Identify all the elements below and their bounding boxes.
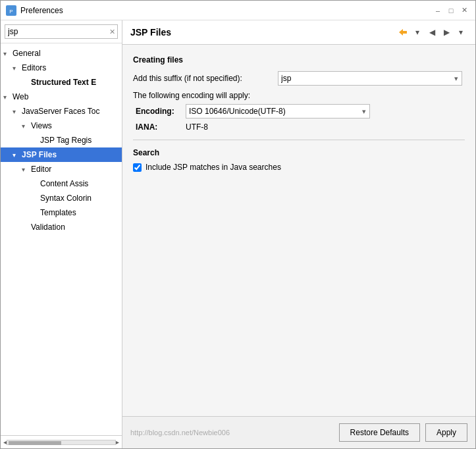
suffix-label: Add this suffix (if not specified):: [133, 74, 278, 83]
apply-button[interactable]: Apply: [425, 423, 467, 442]
toolbar-back-btn[interactable]: [396, 26, 410, 39]
suffix-row: Add this suffix (if not specified): jsp: [133, 71, 465, 86]
right-panel: JSP Files ▾ ◀ ▶ ▾ Creating files: [122, 20, 475, 448]
toggle-editors[interactable]: ▾: [13, 65, 20, 72]
tree-label-templates: Templates: [39, 207, 78, 218]
toolbar-more-btn[interactable]: ▾: [454, 26, 467, 39]
restore-defaults-button[interactable]: Restore Defaults: [339, 423, 420, 442]
window-controls: – □ ✕: [432, 5, 470, 16]
tree-label-structured-text: Structured Text E: [30, 77, 97, 88]
maximize-button[interactable]: □: [445, 5, 457, 16]
app-icon: P: [6, 5, 16, 16]
title-bar: P Preferences – □ ✕: [1, 1, 475, 20]
encoding-label: Encoding:: [133, 107, 186, 116]
search-bar: ✕: [1, 20, 122, 43]
tree-item-content-assist[interactable]: ▶ Content Assis: [1, 176, 122, 191]
toolbar-dropdown-btn[interactable]: ▾: [411, 26, 424, 39]
toggle-views[interactable]: ▾: [22, 122, 30, 130]
panel-content: Creating files Add this suffix (if not s…: [122, 45, 475, 416]
svg-rect-3: [403, 31, 407, 34]
encoding-select-wrapper: ISO 10646/Unicode(UTF-8): [186, 104, 370, 119]
window-title: Preferences: [20, 6, 63, 15]
tree-item-templates[interactable]: ▶ Templates: [1, 205, 122, 220]
tree: ▾ General ▾ Editors ▶ Structured Text E: [1, 43, 122, 435]
tree-item-jsp-tag[interactable]: ▶ JSP Tag Regis: [1, 133, 122, 147]
preferences-window: P Preferences – □ ✕ ✕ ▾ General: [0, 0, 476, 449]
toggle-javaserver[interactable]: ▾: [13, 108, 20, 115]
suffix-select-wrapper: jsp: [278, 71, 462, 86]
iana-row: IANA: UTF-8: [133, 122, 465, 132]
checkbox-label: Include JSP matches in Java searches: [145, 163, 281, 172]
section-divider: [133, 140, 465, 140]
tree-item-editors[interactable]: ▾ Editors: [1, 61, 122, 75]
tree-item-syntax[interactable]: ▶ Syntax Colorin: [1, 191, 122, 205]
toggle-editor[interactable]: ▾: [22, 166, 30, 173]
tree-label-editor: Editor: [30, 164, 53, 174]
left-scroll: ◂ ▸: [1, 435, 122, 448]
scroll-track[interactable]: [7, 440, 116, 445]
watermark: http://blog.csdn.net/Newbie006: [130, 429, 334, 436]
tree-label-jsp-files: JSP Files: [20, 149, 58, 160]
title-bar-left: P Preferences: [6, 5, 63, 16]
checkbox-row: Include JSP matches in Java searches: [133, 163, 465, 172]
close-button[interactable]: ✕: [458, 5, 470, 16]
tree-label-content-assist: Content Assis: [39, 178, 90, 189]
scroll-right-arrow[interactable]: ▸: [116, 438, 119, 446]
encoding-row: Encoding: ISO 10646/Unicode(UTF-8): [133, 104, 465, 119]
tree-item-web[interactable]: ▾ Web: [1, 90, 122, 104]
suffix-select[interactable]: jsp: [278, 71, 462, 86]
search-clear-icon[interactable]: ✕: [109, 28, 115, 36]
tree-item-structured-text[interactable]: ▶ Structured Text E: [1, 75, 122, 90]
panel-header: JSP Files ▾ ◀ ▶ ▾: [122, 20, 475, 45]
toggle-general[interactable]: ▾: [3, 50, 11, 57]
svg-text:P: P: [9, 9, 13, 14]
toolbar-forward-btn[interactable]: ▶: [440, 26, 453, 39]
left-panel: ✕ ▾ General ▾ Editors: [1, 20, 122, 448]
jsp-search-checkbox[interactable]: [133, 163, 142, 172]
tree-item-javaserver[interactable]: ▾ JavaServer Faces Toc: [1, 104, 122, 119]
tree-label-javaserver: JavaServer Faces Toc: [20, 106, 101, 117]
toolbar-back2-btn[interactable]: ◀: [425, 26, 438, 39]
watermark-text: http://blog.csdn.net/Newbie006: [130, 429, 230, 436]
scroll-thumb[interactable]: [9, 441, 61, 445]
tree-label-syntax: Syntax Colorin: [39, 193, 93, 203]
tree-item-jsp-files[interactable]: ▾ JSP Files: [1, 147, 122, 162]
main-content: ✕ ▾ General ▾ Editors: [1, 20, 475, 448]
creating-files-title: Creating files: [133, 55, 465, 65]
iana-value: UTF-8: [186, 122, 208, 132]
panel-toolbar: ▾ ◀ ▶ ▾: [396, 26, 467, 39]
toggle-jsp-files[interactable]: ▾: [13, 151, 20, 159]
tree-item-general[interactable]: ▾ General: [1, 46, 122, 61]
tree-label-jsp-tag: JSP Tag Regis: [39, 135, 93, 145]
minimize-button[interactable]: –: [432, 5, 444, 16]
panel-title: JSP Files: [130, 27, 171, 38]
tree-label-editors: Editors: [20, 63, 47, 73]
tree-item-editor[interactable]: ▾ Editor: [1, 162, 122, 176]
encoding-select[interactable]: ISO 10646/Unicode(UTF-8): [186, 104, 370, 119]
toggle-web[interactable]: ▾: [3, 93, 11, 101]
tree-label-web: Web: [11, 92, 30, 102]
search-input[interactable]: [5, 24, 118, 39]
search-section-title: Search: [133, 148, 465, 157]
encoding-intro: The following encoding will apply:: [133, 91, 250, 100]
tree-label-general: General: [11, 48, 42, 59]
svg-marker-2: [399, 29, 403, 36]
tree-item-validation[interactable]: ▶ Validation: [1, 220, 122, 234]
tree-label-validation: Validation: [30, 222, 66, 232]
panel-footer: http://blog.csdn.net/Newbie006 Restore D…: [122, 416, 475, 448]
iana-label: IANA:: [133, 122, 186, 132]
tree-item-views[interactable]: ▾ Views: [1, 119, 122, 133]
tree-label-views: Views: [30, 120, 53, 131]
